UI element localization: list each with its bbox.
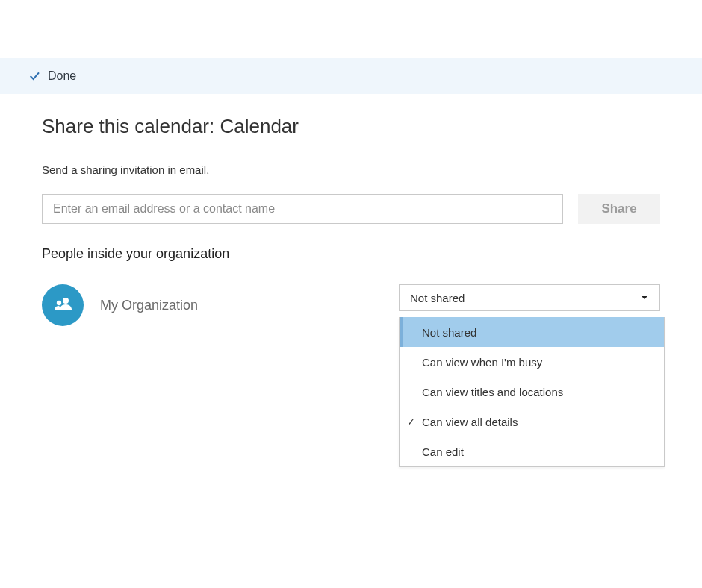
organization-info: My Organization <box>42 284 399 326</box>
permissions-option[interactable]: ✓Can view all details <box>400 407 664 437</box>
permissions-column: Not shared Not sharedCan view when I'm b… <box>399 284 660 311</box>
toolbar: Done <box>0 58 702 94</box>
content: Share this calendar: Calendar Send a sha… <box>0 94 702 326</box>
organization-name: My Organization <box>100 298 198 313</box>
done-button[interactable]: Done <box>28 69 76 83</box>
permissions-option[interactable]: Can edit <box>400 437 664 466</box>
checkmark-icon <box>28 70 40 82</box>
svg-point-0 <box>63 298 69 304</box>
permissions-option-label: Can view when I'm busy <box>422 356 542 369</box>
permissions-option-label: Can edit <box>422 445 464 458</box>
permissions-option-label: Can view all details <box>422 416 518 428</box>
organization-row: My Organization Not shared Not sharedCan… <box>42 284 660 326</box>
share-row: Share <box>42 194 660 224</box>
permissions-selected-label: Not shared <box>410 292 465 304</box>
permissions-option[interactable]: Can view when I'm busy <box>400 347 664 377</box>
checkmark-icon: ✓ <box>407 416 415 428</box>
svg-marker-2 <box>642 296 647 299</box>
permissions-dropdown-panel: Not sharedCan view when I'm busyCan view… <box>399 317 665 467</box>
page-title: Share this calendar: Calendar <box>42 115 660 138</box>
permissions-dropdown[interactable]: Not shared <box>399 284 660 311</box>
people-icon <box>51 293 75 317</box>
recipient-input[interactable] <box>42 194 563 224</box>
permissions-option-label: Not shared <box>422 326 476 339</box>
avatar <box>42 284 84 326</box>
permissions-option[interactable]: Not shared <box>400 317 664 347</box>
chevron-down-icon <box>640 293 649 302</box>
svg-point-1 <box>57 301 61 305</box>
permissions-option-label: Can view titles and locations <box>422 386 563 398</box>
permissions-option[interactable]: Can view titles and locations <box>400 377 664 407</box>
done-label: Done <box>48 69 76 83</box>
share-button[interactable]: Share <box>578 194 660 224</box>
section-header: People inside your organization <box>42 246 660 262</box>
help-text: Send a sharing invitation in email. <box>42 163 660 176</box>
